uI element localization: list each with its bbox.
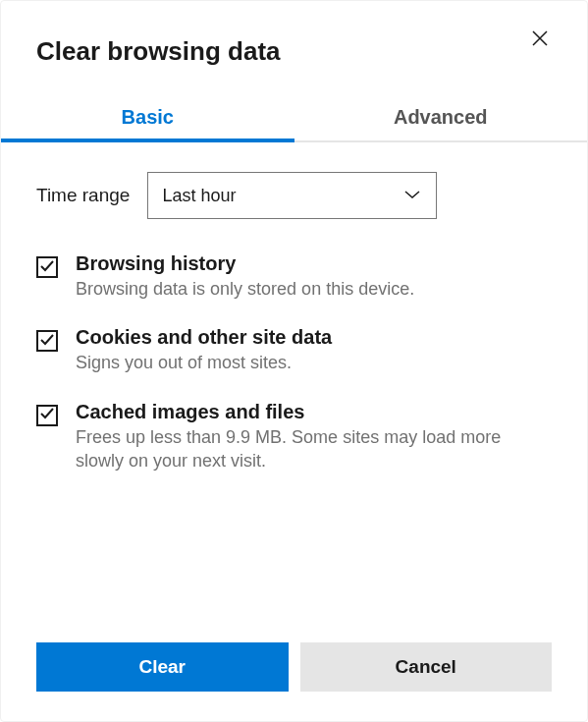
time-range-select-wrap: Last hour: [147, 172, 437, 219]
option-title: Cookies and other site data: [76, 326, 552, 349]
dialog-header: Clear browsing data: [36, 36, 552, 67]
close-button[interactable]: [528, 27, 552, 53]
cancel-button[interactable]: Cancel: [300, 642, 553, 692]
clear-button[interactable]: Clear: [36, 642, 289, 692]
option-browsing-history: Browsing history Browsing data is only s…: [36, 252, 552, 301]
option-title: Browsing history: [76, 252, 552, 275]
checkbox-cached[interactable]: [36, 405, 58, 426]
tabs: Basic Advanced: [1, 94, 587, 142]
option-desc: Signs you out of most sites.: [76, 351, 552, 374]
option-cached: Cached images and files Frees up less th…: [36, 401, 552, 473]
option-desc: Browsing data is only stored on this dev…: [76, 277, 552, 301]
close-icon: [532, 30, 548, 50]
options-list: Browsing history Browsing data is only s…: [36, 252, 552, 472]
clear-browsing-data-dialog: Clear browsing data Basic Advanced Time …: [0, 0, 588, 722]
option-desc: Frees up less than 9.9 MB. Some sites ma…: [76, 425, 552, 473]
checkmark-icon: [39, 332, 55, 351]
checkbox-cookies[interactable]: [36, 330, 58, 352]
time-range-row: Time range Last hour: [36, 172, 552, 219]
option-text: Browsing history Browsing data is only s…: [76, 252, 552, 301]
tab-basic[interactable]: Basic: [1, 94, 294, 140]
option-cookies: Cookies and other site data Signs you ou…: [36, 326, 552, 374]
time-range-select[interactable]: Last hour: [147, 172, 437, 219]
checkbox-browsing-history[interactable]: [36, 256, 58, 278]
time-range-selected: Last hour: [162, 186, 236, 206]
option-text: Cookies and other site data Signs you ou…: [76, 326, 552, 374]
option-title: Cached images and files: [76, 401, 552, 423]
option-text: Cached images and files Frees up less th…: [76, 401, 552, 473]
tab-advanced[interactable]: Advanced: [294, 94, 588, 140]
time-range-label: Time range: [36, 185, 130, 206]
dialog-title: Clear browsing data: [36, 36, 281, 67]
dialog-footer: Clear Cancel: [36, 642, 552, 692]
checkmark-icon: [39, 406, 55, 424]
checkmark-icon: [39, 258, 55, 277]
